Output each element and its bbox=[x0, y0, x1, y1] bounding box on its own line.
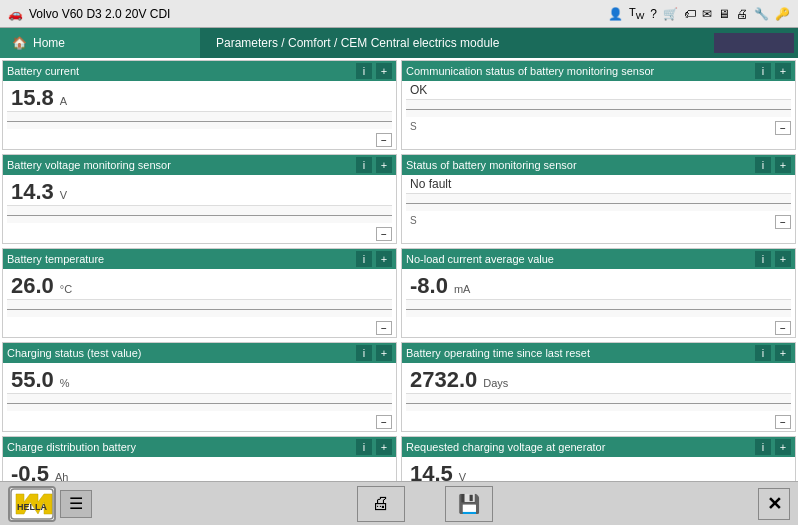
panel-comm-status-label: Communication status of battery monitori… bbox=[406, 65, 755, 77]
requested-charging-unit: V bbox=[459, 471, 466, 481]
comm-status-collapse-btn[interactable]: − bbox=[775, 121, 791, 135]
battery-current-graph bbox=[7, 111, 392, 129]
battery-monitor-status-expand-btn[interactable]: + bbox=[775, 157, 791, 173]
panel-battery-current: Battery current i + 15.8 A − bbox=[2, 60, 397, 150]
battery-temperature-info-btn[interactable]: i bbox=[356, 251, 372, 267]
battery-temperature-collapse-btn[interactable]: − bbox=[376, 321, 392, 335]
home-button[interactable]: 🏠 Home bbox=[0, 28, 200, 58]
comm-status-text: OK bbox=[402, 81, 795, 99]
battery-monitor-status-info-btn[interactable]: i bbox=[755, 157, 771, 173]
charging-status-info-btn[interactable]: i bbox=[356, 345, 372, 361]
no-load-current-info-btn[interactable]: i bbox=[755, 251, 771, 267]
charging-status-value: 55.0 bbox=[11, 367, 54, 393]
person-icon[interactable]: 👤 bbox=[608, 7, 623, 21]
battery-current-unit: A bbox=[60, 95, 67, 107]
key-icon[interactable]: 🔑 bbox=[775, 7, 790, 21]
battery-voltage-unit: V bbox=[60, 189, 67, 201]
battery-operating-time-expand-btn[interactable]: + bbox=[775, 345, 791, 361]
monitor-icon[interactable]: 🖥 bbox=[718, 7, 730, 21]
battery-operating-time-footer: − bbox=[402, 413, 795, 431]
battery-operating-time-value: 2732.0 bbox=[410, 367, 477, 393]
menu-button[interactable]: ☰ bbox=[60, 490, 92, 518]
charging-status-expand-btn[interactable]: + bbox=[376, 345, 392, 361]
panel-battery-temperature: Battery temperature i + 26.0 °C − bbox=[2, 248, 397, 338]
battery-current-collapse-btn[interactable]: − bbox=[376, 133, 392, 147]
panel-battery-current-header: Battery current i + bbox=[3, 61, 396, 81]
breadcrumb-path: Parameters / Comfort / CEM Central elect… bbox=[200, 36, 714, 50]
panel-battery-monitor-status-header: Status of battery monitoring sensor i + bbox=[402, 155, 795, 175]
comm-status-footer: S − bbox=[402, 119, 795, 137]
charge-distribution-expand-btn[interactable]: + bbox=[376, 439, 392, 455]
charging-status-graph bbox=[7, 393, 392, 411]
battery-voltage-footer: − bbox=[3, 225, 396, 243]
no-load-current-footer: − bbox=[402, 319, 795, 337]
battery-voltage-info-btn[interactable]: i bbox=[356, 157, 372, 173]
battery-temperature-expand-btn[interactable]: + bbox=[376, 251, 392, 267]
panel-battery-voltage-header: Battery voltage monitoring sensor i + bbox=[3, 155, 396, 175]
battery-monitor-status-collapse-btn[interactable]: − bbox=[775, 215, 791, 229]
battery-voltage-expand-btn[interactable]: + bbox=[376, 157, 392, 173]
panel-charge-distribution-header: Charge distribution battery i + bbox=[3, 437, 396, 457]
battery-current-info-btn[interactable]: i bbox=[356, 63, 372, 79]
battery-voltage-value: 14.3 bbox=[11, 179, 54, 205]
bottom-bar-right: ✕ bbox=[758, 488, 790, 520]
requested-charging-info-btn[interactable]: i bbox=[755, 439, 771, 455]
battery-temperature-footer: − bbox=[3, 319, 396, 337]
battery-current-value-row: 15.8 A bbox=[3, 81, 396, 111]
panel-charging-status-header: Charging status (test value) i + bbox=[3, 343, 396, 363]
panel-battery-operating-time-header: Battery operating time since last reset … bbox=[402, 343, 795, 363]
battery-voltage-collapse-btn[interactable]: − bbox=[376, 227, 392, 241]
battery-operating-time-collapse-btn[interactable]: − bbox=[775, 415, 791, 429]
save-button[interactable]: 💾 bbox=[445, 486, 493, 522]
top-bar-right: 👤 TW ? 🛒 🏷 ✉ 🖥 🖨 🔧 🔑 bbox=[608, 6, 790, 21]
main-content: Battery current i + 15.8 A − Communicati… bbox=[0, 58, 798, 481]
charging-status-footer: − bbox=[3, 413, 396, 431]
print-icon-top[interactable]: 🖨 bbox=[736, 7, 748, 21]
battery-current-expand-btn[interactable]: + bbox=[376, 63, 392, 79]
car-icon: 🚗 bbox=[8, 7, 23, 21]
bottom-bar-center: 🖨 💾 bbox=[357, 486, 493, 522]
mail-icon[interactable]: ✉ bbox=[702, 7, 712, 21]
battery-monitor-status-text: No fault bbox=[402, 175, 795, 193]
battery-current-footer: − bbox=[3, 131, 396, 149]
battery-temperature-unit: °C bbox=[60, 283, 72, 295]
charge-distribution-value: -0.5 bbox=[11, 461, 49, 481]
comm-status-info-btn[interactable]: i bbox=[755, 63, 771, 79]
panel-battery-monitor-status-label: Status of battery monitoring sensor bbox=[406, 159, 755, 171]
charge-distribution-unit: Ah bbox=[55, 471, 68, 481]
charge-distribution-info-btn[interactable]: i bbox=[356, 439, 372, 455]
no-load-current-expand-btn[interactable]: + bbox=[775, 251, 791, 267]
comm-status-graph bbox=[406, 99, 791, 117]
battery-operating-time-info-btn[interactable]: i bbox=[755, 345, 771, 361]
no-load-current-collapse-btn[interactable]: − bbox=[775, 321, 791, 335]
bottom-bar-left: HELLA ☰ bbox=[8, 486, 92, 522]
print-icon: 🖨 bbox=[372, 493, 390, 514]
tool-icon[interactable]: 🔧 bbox=[754, 7, 769, 21]
panel-comm-status-header: Communication status of battery monitori… bbox=[402, 61, 795, 81]
home-icon: 🏠 bbox=[12, 36, 27, 50]
svg-text:HELLA: HELLA bbox=[17, 502, 47, 512]
close-icon: ✕ bbox=[767, 493, 782, 515]
print-button[interactable]: 🖨 bbox=[357, 486, 405, 522]
panel-charge-distribution: Charge distribution battery i + -0.5 Ah … bbox=[2, 436, 397, 481]
panel-battery-temperature-header: Battery temperature i + bbox=[3, 249, 396, 269]
bottom-bar: HELLA ☰ 🖨 💾 ✕ bbox=[0, 481, 798, 525]
hella-logo: HELLA bbox=[8, 486, 56, 522]
panel-battery-operating-time-label: Battery operating time since last reset bbox=[406, 347, 755, 359]
save-icon: 💾 bbox=[458, 493, 480, 515]
battery-voltage-value-row: 14.3 V bbox=[3, 175, 396, 205]
help-icon[interactable]: ? bbox=[650, 7, 657, 21]
panel-battery-voltage: Battery voltage monitoring sensor i + 14… bbox=[2, 154, 397, 244]
close-button[interactable]: ✕ bbox=[758, 488, 790, 520]
comm-status-expand-btn[interactable]: + bbox=[775, 63, 791, 79]
no-load-current-value: -8.0 bbox=[410, 273, 448, 299]
charging-status-collapse-btn[interactable]: − bbox=[376, 415, 392, 429]
panel-no-load-current-label: No-load current average value bbox=[406, 253, 755, 265]
panel-battery-voltage-label: Battery voltage monitoring sensor bbox=[7, 159, 356, 171]
cart-icon[interactable]: 🛒 bbox=[663, 7, 678, 21]
battery-monitor-status-footer: S − bbox=[402, 213, 795, 231]
clock-icon: TW bbox=[629, 6, 644, 21]
charging-status-unit: % bbox=[60, 377, 70, 389]
requested-charging-expand-btn[interactable]: + bbox=[775, 439, 791, 455]
tag-icon[interactable]: 🏷 bbox=[684, 7, 696, 21]
